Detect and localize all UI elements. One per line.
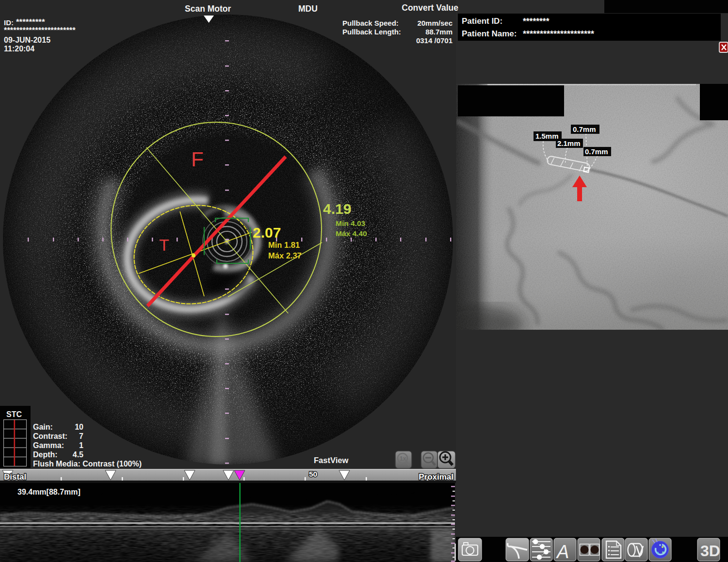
svg-text:4.5: 4.5 <box>73 450 83 459</box>
svg-text:0.7mm: 0.7mm <box>573 125 596 133</box>
svg-text:0.7mm: 0.7mm <box>585 147 608 156</box>
svg-text:Patient Name:: Patient Name: <box>462 29 517 38</box>
svg-text:Gain:: Gain: <box>33 423 53 431</box>
svg-text:A: A <box>556 542 569 562</box>
svg-text:Patient ID:: Patient ID: <box>462 16 502 26</box>
svg-text:Scan Motor: Scan Motor <box>185 4 231 14</box>
svg-text:1: 1 <box>79 441 83 450</box>
svg-text:Pullback Speed:: Pullback Speed: <box>342 19 399 27</box>
svg-text:88.7mm: 88.7mm <box>425 28 453 36</box>
svg-text:***********************: *********************** <box>4 26 76 34</box>
svg-text:7: 7 <box>79 432 83 440</box>
svg-text:0314 /0701: 0314 /0701 <box>416 36 453 45</box>
svg-text:Máx 4.40: Máx 4.40 <box>336 229 367 238</box>
svg-text:STC: STC <box>6 410 22 418</box>
svg-text:1.5mm: 1.5mm <box>535 132 559 140</box>
svg-text:1x: 1x <box>400 455 406 462</box>
svg-text:3D: 3D <box>700 542 720 560</box>
svg-text:FastView: FastView <box>314 456 348 465</box>
svg-text:09-JUN-2015: 09-JUN-2015 <box>4 36 50 44</box>
svg-text:T: T <box>159 236 169 254</box>
svg-text:Convert Value: Convert Value <box>402 3 458 13</box>
svg-text:Depth:: Depth: <box>33 450 58 459</box>
svg-text:Pullback Length:: Pullback Length: <box>342 28 401 36</box>
svg-text:39.4mm[88.7mm]: 39.4mm[88.7mm] <box>17 488 81 496</box>
svg-text:50: 50 <box>309 470 317 478</box>
svg-text:20mm/sec: 20mm/sec <box>417 19 453 27</box>
svg-text:F: F <box>191 148 204 171</box>
svg-text:********: ******** <box>523 16 550 26</box>
svg-text:MDU: MDU <box>298 4 318 14</box>
svg-text:Min 1.81: Min 1.81 <box>268 241 300 249</box>
svg-text:Proximal: Proximal <box>419 472 453 482</box>
svg-text:*********************: ********************* <box>523 29 594 39</box>
svg-text:Gamma:: Gamma: <box>33 441 64 450</box>
svg-text:Min 4.03: Min 4.03 <box>336 219 366 227</box>
svg-text:Distal: Distal <box>4 472 26 482</box>
svg-text:2.07: 2.07 <box>253 225 281 241</box>
svg-text:2.1mm: 2.1mm <box>557 139 581 147</box>
svg-text:11:20:04: 11:20:04 <box>4 45 34 53</box>
svg-text:Máx 2.37: Máx 2.37 <box>268 251 302 260</box>
svg-text:4.19: 4.19 <box>323 201 351 217</box>
svg-text:Flush Media: Contrast (100%): Flush Media: Contrast (100%) <box>33 460 142 468</box>
svg-text:10: 10 <box>75 423 83 431</box>
svg-text:Contrast:: Contrast: <box>33 432 67 440</box>
